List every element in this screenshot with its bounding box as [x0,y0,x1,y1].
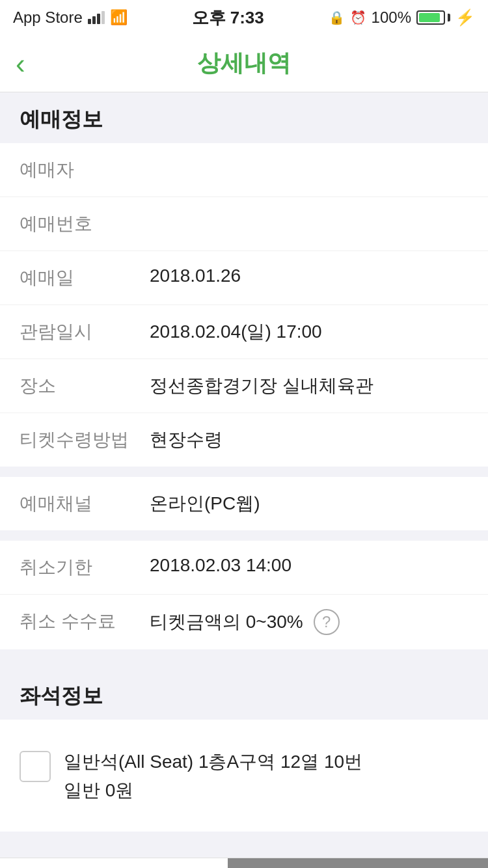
seat-info-card: 일반석(All Seat) 1층A구역 12열 10번 일반 0원 [0,720,488,832]
cancel-deadline-row: 취소기한 2018.02.03 14:00 [0,541,488,595]
viewing-datetime-label: 관람일시 [20,319,150,344]
booking-date-row: 예매일 2018.01.26 [0,251,488,305]
booking-number-row: 예매번호 [0,197,488,251]
signal-icon [88,11,105,24]
cancel-fee-value: 티켓금액의 0~30% [150,610,303,634]
booking-channel-value: 온라인(PC웹) [150,491,468,516]
alarm-icon: ⏰ [350,10,366,25]
back-button[interactable]: ‹ [16,49,25,78]
booking-channel-row: 예매채널 온라인(PC웹) [0,477,488,530]
seat-name: 일반석(All Seat) 1층A구역 12열 10번 [64,748,468,776]
viewing-datetime-row: 관람일시 2018.02.04(일) 17:00 [0,305,488,359]
ticket-receipt-value: 현장수령 [150,427,468,452]
nav-bar: ‹ 상세내역 [0,35,488,92]
status-time: 오후 7:33 [192,7,264,29]
cancel-fee-label: 취소 수수료 [20,609,150,634]
bottom-action-bar: 전체선택 취소하기 [0,858,488,868]
divider-4 [0,832,488,858]
cancel-fee-row: 취소 수수료 티켓금액의 0~30% ? [0,595,488,649]
cancel-fee-value-area: 티켓금액의 0~30% ? [150,609,340,635]
cancel-deadline-label: 취소기한 [20,555,150,580]
booking-info-section-header: 예매정보 [0,92,488,143]
app-store-label: App Store [13,8,83,27]
viewing-datetime-value: 2018.02.04(일) 17:00 [150,319,468,344]
divider-2 [0,530,488,541]
ticket-receipt-label: 티켓수령방법 [20,427,150,452]
booking-info-card: 예매자 예매번호 예매일 2018.01.26 관람일시 2018.02.04(… [0,143,488,467]
booking-channel-label: 예매채널 [20,491,150,516]
status-right: 🔒 ⏰ 100% ⚡ [329,8,475,27]
status-left: App Store 📶 [13,8,128,27]
cancel-info-card: 취소기한 2018.02.03 14:00 취소 수수료 티켓금액의 0~30%… [0,541,488,649]
divider-1 [0,467,488,477]
seat-checkbox[interactable] [20,751,51,782]
booker-label: 예매자 [20,157,150,182]
booker-row: 예매자 [0,143,488,197]
cancel-button[interactable]: 취소하기 [228,858,488,869]
status-bar: App Store 📶 오후 7:33 🔒 ⏰ 100% ⚡ [0,0,488,35]
booking-channel-card: 예매채널 온라인(PC웹) [0,477,488,530]
cancel-fee-help-button[interactable]: ? [314,609,340,635]
lock-icon: 🔒 [329,10,345,25]
divider-3 [0,649,488,669]
seat-item: 일반석(All Seat) 1층A구역 12열 10번 일반 0원 [20,735,468,816]
booking-number-label: 예매번호 [20,211,150,236]
seat-section: 일반석(All Seat) 1층A구역 12열 10번 일반 0원 [0,720,488,832]
venue-label: 장소 [20,373,150,398]
charging-icon: ⚡ [455,8,475,27]
ticket-receipt-row: 티켓수령방법 현장수령 [0,413,488,467]
battery-icon [416,10,450,25]
venue-value: 정선종합경기장 실내체육관 [150,373,468,398]
battery-percent: 100% [372,8,411,27]
page-title: 상세내역 [197,47,291,79]
seat-details: 일반석(All Seat) 1층A구역 12열 10번 일반 0원 [64,748,468,803]
wifi-icon: 📶 [110,9,128,26]
seat-price: 일반 0원 [64,778,468,803]
cancel-deadline-value: 2018.02.03 14:00 [150,555,468,576]
booking-date-value: 2018.01.26 [150,265,468,286]
booking-date-label: 예매일 [20,265,150,290]
venue-row: 장소 정선종합경기장 실내체육관 [0,359,488,413]
seat-info-section-header: 좌석정보 [0,669,488,720]
